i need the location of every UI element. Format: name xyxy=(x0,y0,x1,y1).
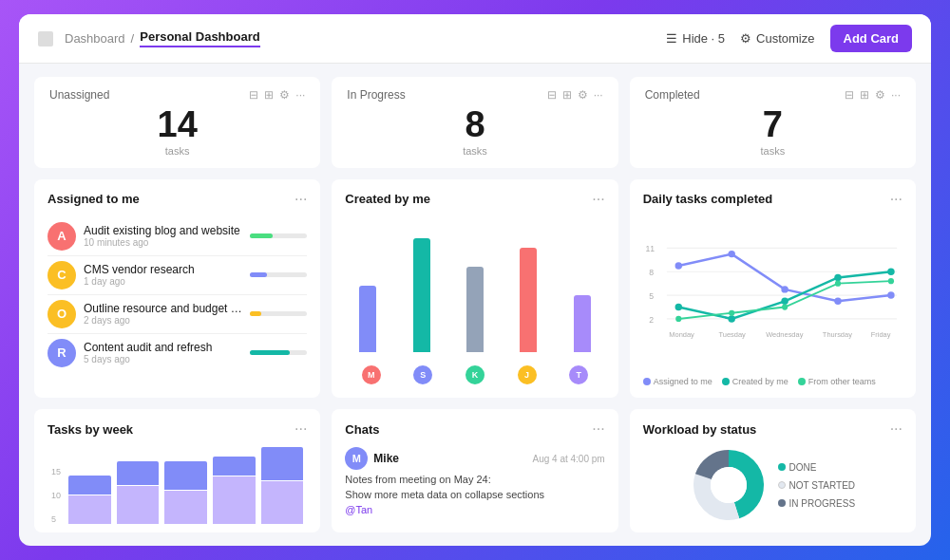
expand-icon[interactable]: ⊞ xyxy=(860,88,869,102)
more-icon[interactable]: ··· xyxy=(295,88,305,102)
tasks-week-menu[interactable]: ··· xyxy=(294,420,307,438)
task-bar-container xyxy=(250,311,307,316)
week-bar-bottom xyxy=(164,491,207,524)
donut-area: DONE NOT STARTED IN PROGRESS xyxy=(643,447,902,523)
daily-panel-menu[interactable]: ··· xyxy=(890,191,902,208)
more-icon[interactable]: ··· xyxy=(891,88,901,102)
svg-text:Wednesday: Wednesday xyxy=(766,329,803,338)
hide-icon: ☰ xyxy=(666,31,677,46)
chats-panel-menu[interactable]: ··· xyxy=(592,420,604,438)
bar-avatar: J xyxy=(516,364,539,386)
settings-icon[interactable]: ⚙ xyxy=(578,88,588,102)
customize-button[interactable]: ⚙ Customize xyxy=(740,31,814,46)
donut-dot-done xyxy=(778,463,786,471)
created-panel-menu[interactable]: ··· xyxy=(592,191,604,208)
legend-dot-assigned xyxy=(643,378,651,385)
task-time: 5 days ago xyxy=(84,354,242,364)
task-item[interactable]: R Content audit and refresh 5 days ago xyxy=(48,334,307,372)
chat-message-2: Show more meta data on collapse sections xyxy=(345,489,604,500)
svg-point-15 xyxy=(781,286,788,292)
settings-icon[interactable]: ⚙ xyxy=(279,88,290,102)
week-bar-top xyxy=(213,457,256,476)
stat-unit: tasks xyxy=(49,145,305,157)
breadcrumb: Dashboard / Personal Dashboard xyxy=(38,29,260,47)
svg-point-20 xyxy=(781,297,788,304)
bar-col xyxy=(574,295,591,352)
svg-point-22 xyxy=(887,268,894,274)
task-name: Content audit and refresh xyxy=(84,341,242,354)
tasks-week-title: Tasks by week xyxy=(48,422,133,437)
svg-point-26 xyxy=(835,280,841,286)
stat-icons: ⊟ ⊞ ⚙ ··· xyxy=(845,88,901,102)
task-avatar: O xyxy=(48,300,76,328)
stats-row: Unassigned ⊟ ⊞ ⚙ ··· 14 tasks In Progres… xyxy=(34,77,916,168)
main-row: Assigned to me ··· A Audit existing blog… xyxy=(34,179,916,398)
assigned-panel-title: Assigned to me xyxy=(48,192,140,206)
daily-panel-header: Daily tasks completed ··· xyxy=(643,191,902,208)
filter-icon[interactable]: ⊟ xyxy=(547,88,557,102)
bar-avatar: K xyxy=(464,364,486,386)
daily-panel: Daily tasks completed ··· 11 8 5 2 xyxy=(630,179,916,398)
task-time: 10 minutes ago xyxy=(84,237,242,248)
task-bar-fill xyxy=(250,233,273,238)
daily-panel-title: Daily tasks completed xyxy=(643,192,773,206)
assigned-panel-menu[interactable]: ··· xyxy=(294,191,307,208)
task-bar-container xyxy=(250,272,307,277)
legend-dot-other xyxy=(798,378,806,385)
task-bar-fill xyxy=(250,311,261,316)
legend-created: Created by me xyxy=(722,377,788,386)
week-bar-bottom xyxy=(68,495,111,524)
more-icon[interactable]: ··· xyxy=(594,88,603,102)
week-bar-group xyxy=(213,457,256,524)
stat-unit: tasks xyxy=(347,145,602,157)
task-item[interactable]: C CMS vendor research 1 day ago xyxy=(48,256,307,295)
donut-label-in-progress: IN PROGRESS xyxy=(778,498,855,509)
bar-col xyxy=(359,286,376,352)
gear-icon: ⚙ xyxy=(740,31,751,46)
week-bar-top xyxy=(164,461,207,490)
created-bars xyxy=(345,217,604,360)
settings-icon[interactable]: ⚙ xyxy=(875,88,885,102)
header: Dashboard / Personal Dashboard ☰ Hide · … xyxy=(19,14,931,64)
svg-point-24 xyxy=(729,309,734,315)
dashboard-icon xyxy=(38,31,53,47)
expand-icon[interactable]: ⊞ xyxy=(264,88,274,102)
stat-card: Unassigned ⊟ ⊞ ⚙ ··· 14 tasks xyxy=(34,77,320,168)
task-item[interactable]: A Audit existing blog and website 10 min… xyxy=(48,217,307,256)
legend-other: From other teams xyxy=(798,377,876,386)
hide-button[interactable]: ☰ Hide · 5 xyxy=(666,31,725,46)
breadcrumb-sep: / xyxy=(131,31,135,46)
svg-point-17 xyxy=(887,291,894,298)
created-panel: Created by me ··· MSKJT xyxy=(332,179,618,398)
filter-icon[interactable]: ⊟ xyxy=(845,88,854,102)
task-item[interactable]: O Outline resource and budget needs 2 da… xyxy=(48,295,307,334)
svg-text:2: 2 xyxy=(649,314,654,324)
svg-text:8: 8 xyxy=(649,268,654,277)
chat-tag[interactable]: @Tan xyxy=(345,504,604,515)
chat-header-row: M Mike Aug 4 at 4:00 pm xyxy=(345,447,604,470)
created-panel-title: Created by me xyxy=(345,192,430,206)
bar-group xyxy=(559,295,604,352)
expand-icon[interactable]: ⊞ xyxy=(562,88,572,102)
task-bar-track xyxy=(250,311,307,316)
task-bar-track xyxy=(250,272,307,277)
chats-panel-header: Chats ··· xyxy=(345,420,604,438)
chat-item: M Mike Aug 4 at 4:00 pm Notes from meeti… xyxy=(345,447,604,515)
svg-point-18 xyxy=(674,304,681,310)
task-avatar: R xyxy=(48,339,76,367)
task-name: Audit existing blog and website xyxy=(84,224,242,237)
svg-text:Tuesday: Tuesday xyxy=(718,329,746,338)
chat-message-1: Notes from meeting on May 24: xyxy=(345,474,604,485)
legend-label-other: From other teams xyxy=(808,377,876,386)
stat-icons: ⊟ ⊞ ⚙ ··· xyxy=(547,88,603,102)
workload-panel-menu[interactable]: ··· xyxy=(890,420,902,438)
add-card-button[interactable]: Add Card xyxy=(830,25,913,52)
bar-avatar: M xyxy=(360,364,383,386)
bar-avatar: S xyxy=(411,364,434,386)
bar-group xyxy=(505,248,551,352)
stat-unit: tasks xyxy=(645,145,901,157)
filter-icon[interactable]: ⊟ xyxy=(249,88,258,102)
breadcrumb-dashboard: Dashboard xyxy=(65,31,125,46)
header-actions: ☰ Hide · 5 ⚙ Customize Add Card xyxy=(666,25,912,52)
svg-text:11: 11 xyxy=(645,244,655,253)
